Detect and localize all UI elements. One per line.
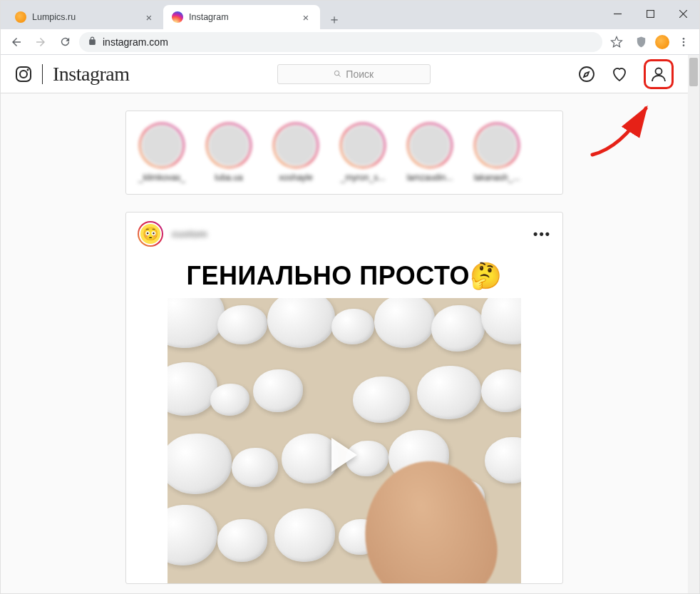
browser-tab-lumpics[interactable]: Lumpics.ru × xyxy=(6,5,163,29)
scrollbar-thumb[interactable] xyxy=(689,58,698,86)
tab-title: Instagram xyxy=(189,12,229,22)
feed: _klimkovas_ luba.ua xoshayle _myron_s...… xyxy=(125,111,563,584)
address-bar: instagram.com xyxy=(1,29,699,55)
close-tab-icon[interactable]: × xyxy=(143,11,155,23)
story-item[interactable]: _klimkovas_ xyxy=(133,123,190,183)
camera-icon xyxy=(15,66,32,83)
extensions-shield-icon[interactable] xyxy=(631,32,651,52)
chrome-menu-button[interactable] xyxy=(674,32,694,52)
svg-point-13 xyxy=(656,68,662,74)
stories-tray[interactable]: _klimkovas_ luba.ua xoshayle _myron_s...… xyxy=(125,111,563,195)
heart-icon[interactable] xyxy=(611,66,628,83)
maximize-button[interactable] xyxy=(634,1,666,26)
svg-point-12 xyxy=(580,67,594,81)
svg-point-8 xyxy=(20,71,27,78)
svg-point-5 xyxy=(683,41,685,43)
scrollbar[interactable] xyxy=(688,55,699,593)
story-item[interactable]: lakanash_... xyxy=(468,123,525,183)
favicon-lumpics xyxy=(15,11,26,23)
annotation-arrow xyxy=(585,98,664,162)
minimize-button[interactable] xyxy=(601,1,634,26)
page-content: Instagram Поиск xyxy=(1,55,699,593)
profile-icon[interactable] xyxy=(650,66,667,83)
reload-button[interactable] xyxy=(55,32,75,52)
svg-rect-1 xyxy=(647,10,654,17)
bookmark-star-icon[interactable] xyxy=(607,32,627,52)
instagram-nav xyxy=(578,59,674,89)
instagram-header: Instagram Поиск xyxy=(1,55,688,93)
profile-button-highlight xyxy=(644,59,674,89)
story-item[interactable]: luba.ua xyxy=(200,123,257,183)
post-author-avatar[interactable]: 😳 xyxy=(138,221,163,247)
close-tab-icon[interactable]: × xyxy=(300,11,312,23)
svg-line-11 xyxy=(339,75,341,77)
search-icon xyxy=(334,70,341,78)
explore-icon[interactable] xyxy=(578,66,595,83)
post-card: 😳 custom ••• ГЕНИАЛЬНО ПРОСТО🤔 xyxy=(125,212,563,584)
post-header: 😳 custom ••• xyxy=(126,212,562,255)
tab-bar: Lumpics.ru × Instagram × ＋ xyxy=(1,1,699,29)
svg-point-10 xyxy=(335,71,339,75)
search-input[interactable]: Поиск xyxy=(277,64,431,84)
browser-tab-instagram[interactable]: Instagram × xyxy=(163,5,320,29)
url-text: instagram.com xyxy=(103,36,168,48)
logo-divider xyxy=(42,64,43,84)
omnibox[interactable]: instagram.com xyxy=(79,32,602,52)
lock-icon xyxy=(88,36,97,48)
new-tab-button[interactable]: ＋ xyxy=(324,9,344,29)
browser-window: Lumpics.ru × Instagram × ＋ instagram.com xyxy=(0,0,700,594)
profile-avatar-chrome[interactable] xyxy=(655,35,669,49)
tab-title: Lumpics.ru xyxy=(32,12,76,22)
svg-point-4 xyxy=(683,38,685,40)
forward-button[interactable] xyxy=(31,32,51,52)
play-icon[interactable] xyxy=(331,438,357,472)
story-item[interactable]: lamzaudin... xyxy=(401,123,458,183)
story-item[interactable]: xoshayle xyxy=(267,123,324,183)
post-more-button[interactable]: ••• xyxy=(533,227,551,242)
page-viewport: Instagram Поиск xyxy=(1,55,699,593)
back-button[interactable] xyxy=(6,32,26,52)
post-username[interactable]: custom xyxy=(172,228,207,240)
svg-point-6 xyxy=(683,44,685,46)
svg-point-9 xyxy=(27,68,29,71)
instagram-logo-group[interactable]: Instagram xyxy=(15,63,129,86)
window-controls xyxy=(601,1,699,26)
instagram-wordmark: Instagram xyxy=(53,63,129,86)
post-caption-overlay: ГЕНИАЛЬНО ПРОСТО🤔 xyxy=(126,255,562,298)
svg-rect-7 xyxy=(16,67,31,81)
search-placeholder: Поиск xyxy=(346,68,374,80)
story-item[interactable]: _myron_s... xyxy=(334,123,391,183)
post-media[interactable] xyxy=(168,298,521,583)
favicon-instagram xyxy=(172,11,183,23)
close-window-button[interactable] xyxy=(666,1,699,26)
